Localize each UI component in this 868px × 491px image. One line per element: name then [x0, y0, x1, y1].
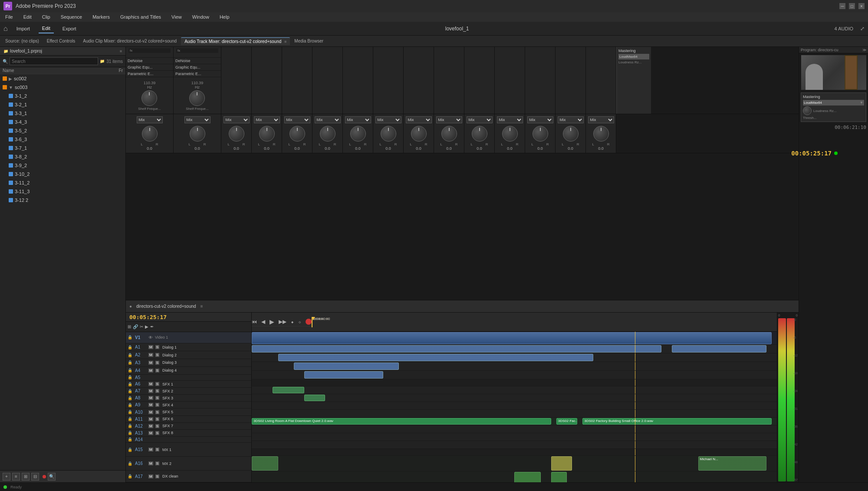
mix-dropdown-15[interactable]: Mix	[588, 116, 614, 123]
mute-btn-a1[interactable]: M	[148, 345, 153, 349]
nav-edit[interactable]: Edit	[39, 24, 54, 33]
menu-edit[interactable]: Edit	[22, 13, 33, 20]
clip-a6[interactable]	[273, 387, 304, 393]
mute-btn-a8[interactable]: M	[148, 396, 153, 400]
project-panel-menu-icon[interactable]: ≡	[120, 49, 122, 53]
effect-graphic-eq-1[interactable]: Graphic Equ...	[126, 64, 173, 71]
mix-dropdown-2[interactable]: Mix	[184, 116, 210, 123]
menu-file[interactable]: File	[3, 13, 15, 20]
mix-dropdown-3[interactable]: Mix	[224, 116, 250, 123]
lock-icon-a4[interactable]: 🔒	[128, 368, 134, 372]
mute-btn-a6[interactable]: M	[148, 382, 153, 386]
solo-btn-a10[interactable]: S	[155, 410, 159, 414]
mute-btn-a3[interactable]: M	[148, 361, 153, 365]
mix-dropdown-6[interactable]: Mix	[315, 116, 341, 123]
search-button[interactable]: 🔍	[48, 473, 56, 481]
icon-view-button[interactable]: ⊞	[22, 473, 30, 481]
timeline-menu-icon[interactable]: ≡	[201, 304, 203, 309]
solo-btn-a17[interactable]: S	[155, 475, 159, 478]
razor-button[interactable]: ✂	[140, 324, 143, 329]
clip-a3[interactable]	[294, 362, 399, 370]
lock-icon-a15[interactable]: 🔒	[128, 448, 134, 452]
close-button[interactable]: ×	[858, 3, 865, 9]
lock-icon-a6[interactable]: 🔒	[128, 382, 134, 386]
track-eye-icon[interactable]: 👁	[148, 335, 153, 340]
lock-icon-a1[interactable]: 🔒	[128, 345, 134, 349]
snap-button[interactable]: ⊞	[128, 324, 131, 329]
lock-icon-a10[interactable]: 🔒	[128, 410, 134, 414]
lock-icon-a12[interactable]: 🔒	[128, 424, 134, 428]
list-item[interactable]: 3-4_3	[0, 118, 125, 126]
lock-icon-a7[interactable]: 🔒	[128, 389, 134, 393]
tab-audio-clip-mixer[interactable]: Audio Clip Mixer: directors-cut-v2 color…	[79, 37, 180, 45]
pan-knob-10[interactable]	[441, 126, 457, 142]
add-bin-button[interactable]: +	[3, 473, 10, 481]
mute-btn-a12[interactable]: M	[148, 424, 153, 428]
col-fr-header[interactable]: Fr	[119, 68, 123, 73]
solo-btn-a13[interactable]: S	[155, 431, 159, 435]
mute-btn-a9[interactable]: M	[148, 403, 153, 407]
play-button[interactable]: ▶	[270, 318, 274, 325]
solo-btn-a12[interactable]: S	[155, 424, 159, 428]
free-view-button[interactable]: ⊟	[31, 473, 39, 481]
list-item[interactable]: 3-11_3	[0, 187, 125, 196]
lock-icon-a2[interactable]: 🔒	[128, 353, 134, 357]
shelf-freq-knob-2[interactable]	[189, 90, 205, 106]
solo-btn-a6[interactable]: S	[155, 382, 159, 386]
mix-dropdown-8[interactable]: Mix	[375, 116, 401, 123]
mastering-plugin-expand[interactable]: ▼	[860, 101, 863, 105]
minimize-button[interactable]: ─	[839, 3, 845, 9]
clip-v1-main[interactable]	[252, 332, 772, 344]
pan-knob-12[interactable]	[502, 126, 518, 142]
effect-parametric-2[interactable]: Parametric E...	[174, 71, 221, 77]
lock-icon-v1[interactable]: 🔒	[128, 335, 134, 339]
expand-arrow[interactable]: ▼	[9, 85, 13, 90]
menu-markers[interactable]: Markers	[91, 13, 112, 20]
list-item[interactable]: 3-3_1	[0, 109, 125, 118]
pan-knob-13[interactable]	[533, 126, 548, 142]
list-view-button[interactable]: ≡	[12, 473, 20, 481]
clip-a16-2[interactable]	[551, 472, 567, 482]
mix-dropdown-10[interactable]: Mix	[436, 116, 462, 123]
mute-btn-a2[interactable]: M	[148, 353, 153, 357]
pan-knob-1[interactable]	[142, 126, 158, 142]
clip-a7[interactable]	[304, 395, 325, 401]
mute-btn-a4[interactable]: M	[148, 369, 153, 372]
pan-knob-2[interactable]	[190, 126, 205, 142]
pan-knob-7[interactable]	[350, 126, 366, 142]
solo-btn-a2[interactable]: S	[155, 353, 159, 357]
clip-a10-factory-short[interactable]: 3DS02 Fac...	[556, 418, 577, 425]
nav-import[interactable]: Import	[13, 24, 33, 33]
solo-btn-a16[interactable]: S	[155, 461, 159, 465]
col-name-header[interactable]: Name	[3, 68, 14, 73]
menu-view[interactable]: View	[170, 13, 184, 20]
list-item[interactable]: 3-11_2	[0, 178, 125, 187]
fx-label-2[interactable]: fx	[176, 48, 218, 53]
mute-btn-a13[interactable]: M	[148, 431, 153, 435]
tab-source[interactable]: Source: (no clips)	[2, 37, 43, 45]
menu-sequence[interactable]: Sequence	[59, 13, 84, 20]
shelf-freq-knob-1[interactable]	[141, 90, 157, 106]
tab-effect-controls[interactable]: Effect Controls	[43, 37, 79, 45]
mix-dropdown-1[interactable]: Mix	[137, 116, 163, 123]
pan-knob-5[interactable]	[289, 126, 305, 142]
lock-icon-a9[interactable]: 🔒	[128, 403, 134, 407]
lock-icon-a16[interactable]: 🔒	[128, 461, 134, 466]
current-timecode[interactable]: 00:05:25:17	[129, 314, 167, 320]
list-item[interactable]: ▼ sc003	[0, 83, 125, 92]
clip-a15-michael[interactable]: Michael N...	[698, 456, 766, 471]
list-item[interactable]: 3-1_2	[0, 92, 125, 100]
solo-btn-a8[interactable]: S	[155, 396, 159, 400]
record-button[interactable]	[306, 319, 312, 325]
menu-graphics-titles[interactable]: Graphics and Titles	[118, 13, 163, 20]
list-item[interactable]: 3-2_1	[0, 100, 125, 109]
list-item[interactable]: 3-7_1	[0, 144, 125, 152]
effect-parametric-1[interactable]: Parametric E...	[126, 71, 173, 77]
clip-a15-mid[interactable]	[551, 456, 572, 471]
mix-dropdown-4[interactable]: Mix	[254, 116, 280, 123]
home-icon[interactable]: ⌂	[3, 25, 8, 33]
clip-a4[interactable]	[304, 371, 383, 379]
clip-a15-1[interactable]	[252, 456, 278, 471]
clip-a10-living-room[interactable]: 3DS02 Living Room A Flat Downtown Quiet …	[252, 418, 551, 425]
mute-btn-a10[interactable]: M	[148, 410, 153, 414]
